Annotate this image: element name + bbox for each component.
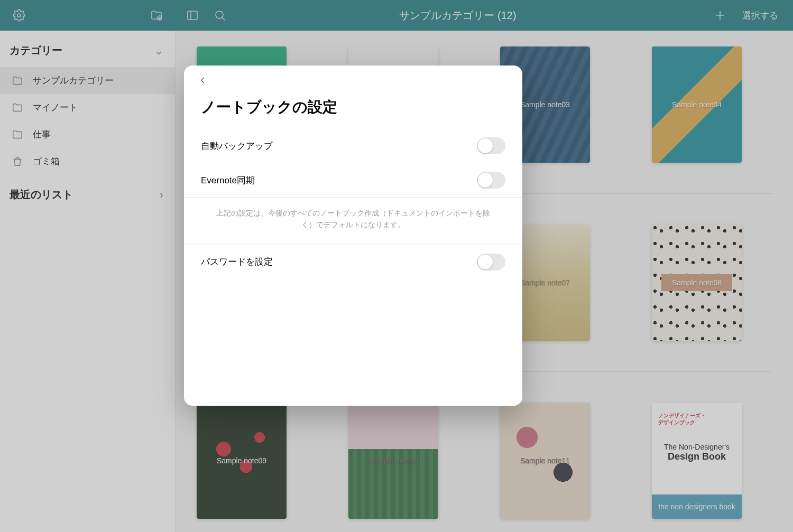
toggle-evernote-sync[interactable]	[477, 172, 505, 189]
toggle-password[interactable]	[477, 254, 505, 270]
toggle-auto-backup[interactable]	[477, 137, 505, 154]
back-button[interactable]	[184, 66, 522, 87]
setting-row-evernote-sync: Evernote同期	[184, 163, 522, 198]
notebook-settings-modal: ノートブックの設定 自動バックアップ Evernote同期 上記の設定は、今後の…	[184, 66, 522, 406]
setting-label: Evernote同期	[201, 174, 255, 186]
setting-label: パスワードを設定	[201, 256, 273, 268]
setting-row-auto-backup: 自動バックアップ	[184, 129, 522, 163]
chevron-left-icon	[199, 76, 207, 85]
settings-note: 上記の設定は、今後のすべてのノートブック作成（ドキュメントのインポートを除く）で…	[184, 198, 522, 245]
modal-title: ノートブックの設定	[184, 87, 522, 129]
setting-row-password: パスワードを設定	[184, 245, 522, 279]
setting-label: 自動バックアップ	[201, 140, 273, 152]
